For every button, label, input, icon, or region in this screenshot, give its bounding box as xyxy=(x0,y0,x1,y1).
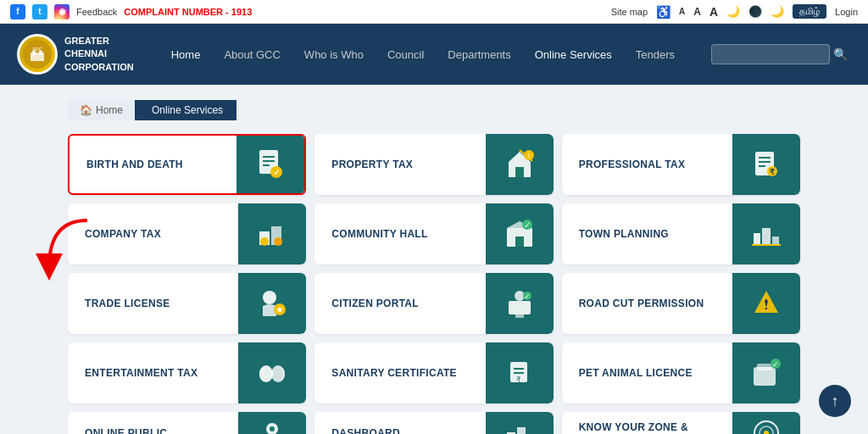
sitemap-link[interactable]: Site map xyxy=(611,7,648,17)
nav-search-area: 🔍 xyxy=(711,44,851,64)
service-label-road-cut-permission: ROAD CUT PERMISSION xyxy=(579,298,732,309)
svg-rect-29 xyxy=(515,236,524,247)
svg-text:✓: ✓ xyxy=(524,292,531,301)
service-card-professional-tax[interactable]: PROFESSIONAL TAX ₹ xyxy=(562,134,800,195)
nav-online-services[interactable]: Online Services xyxy=(523,24,624,85)
service-card-community-hall[interactable]: COMMUNITY HALL ✓ xyxy=(314,203,553,264)
service-label-trade-license: TRADE LICENSE xyxy=(85,298,238,309)
service-card-property-tax[interactable]: PROPERTY TAX ! xyxy=(314,134,553,195)
service-card-sanitary-certificate[interactable]: SANITARY CERTIFICATE ₹ xyxy=(314,342,553,403)
svg-point-25 xyxy=(260,237,269,246)
service-label-sanitary-certificate: SANITARY CERTIFICATE xyxy=(331,367,485,379)
svg-rect-34 xyxy=(772,236,779,245)
svg-point-47 xyxy=(259,365,273,382)
login-button[interactable]: Login xyxy=(835,7,858,17)
service-icon-company-tax xyxy=(238,203,306,264)
service-label-property-tax: PROPERTY TAX xyxy=(331,159,485,170)
svg-text:₹: ₹ xyxy=(770,168,775,176)
service-card-road-cut-permission[interactable]: ROAD CUT PERMISSION ! xyxy=(562,273,800,334)
svg-rect-13 xyxy=(515,167,524,177)
service-card-citizen-portal[interactable]: CITIZEN PORTAL ✓ xyxy=(314,273,553,334)
theme-moon1[interactable]: 🌙 xyxy=(726,5,740,18)
org-name: GREATER CHENNAI CORPORATION xyxy=(64,35,134,74)
logo-circle: GCC xyxy=(17,34,58,75)
service-icon-town-planning xyxy=(732,203,800,264)
service-card-town-planning[interactable]: TOWN PLANNING xyxy=(562,203,800,264)
breadcrumb: 🏠 Home Online Services xyxy=(68,100,800,120)
instagram-icon[interactable]: ◉ xyxy=(54,4,70,19)
service-icon-online-public xyxy=(238,412,306,434)
service-label-know-zone: KNOW YOUR ZONE & DIVISION xyxy=(579,421,732,434)
svg-point-46 xyxy=(765,300,768,303)
svg-text:★: ★ xyxy=(275,304,284,314)
language-button[interactable]: தமிழ் xyxy=(793,4,826,19)
service-card-online-public[interactable]: ONLINE PUBLIC xyxy=(68,412,306,434)
facebook-icon[interactable]: f xyxy=(10,4,25,19)
theme-moon3[interactable]: 🌙 xyxy=(771,5,784,18)
service-card-dashboard[interactable]: DASHBOARD xyxy=(314,412,553,434)
service-card-entertainment-tax[interactable]: ENTERTAINMENT TAX xyxy=(68,342,306,403)
service-card-trade-license[interactable]: TRADE LICENSE ★ xyxy=(68,273,306,334)
svg-point-36 xyxy=(263,291,276,304)
search-button[interactable]: 🔍 xyxy=(830,44,851,64)
service-label-pet-animal-licence: PET ANIMAL LICENCE xyxy=(579,367,732,379)
twitter-icon[interactable]: t xyxy=(32,4,47,19)
service-icon-birth-death: ✓ xyxy=(236,134,304,195)
service-card-birth-death[interactable]: BIRTH AND DEATH ✓ xyxy=(68,134,306,195)
service-label-town-planning: TOWN PLANNING xyxy=(579,228,732,240)
logo-image: GCC xyxy=(19,36,55,72)
nav-who-is-who[interactable]: Who is Who xyxy=(292,24,376,85)
svg-rect-60 xyxy=(517,427,526,434)
top-bar-left: f t ◉ Feedback COMPLAINT NUMBER - 1913 xyxy=(10,4,252,19)
service-icon-property-tax: ! xyxy=(486,134,554,195)
svg-rect-33 xyxy=(762,228,771,245)
service-label-professional-tax: PROFESSIONAL TAX xyxy=(579,159,732,170)
theme-moon2[interactable]: 🌑 xyxy=(748,5,762,18)
svg-rect-32 xyxy=(754,233,760,245)
svg-rect-41 xyxy=(515,314,524,318)
font-medium[interactable]: A xyxy=(693,6,701,18)
service-icon-dashboard xyxy=(486,412,554,434)
feedback-label[interactable]: Feedback xyxy=(76,7,117,17)
top-bar-right: Site map ♿ A A A 🌙 🌑 🌙 தமிழ் Login xyxy=(611,4,858,19)
service-icon-professional-tax: ₹ xyxy=(732,134,800,195)
svg-rect-54 xyxy=(757,364,772,370)
svg-rect-39 xyxy=(509,301,531,314)
service-label-dashboard: DASHBOARD xyxy=(331,427,485,434)
service-card-know-zone[interactable]: KNOW YOUR ZONE & DIVISION xyxy=(562,412,800,434)
svg-point-64 xyxy=(764,431,769,434)
font-small[interactable]: A xyxy=(679,7,685,16)
svg-text:✓: ✓ xyxy=(273,168,280,177)
service-label-online-public: ONLINE PUBLIC xyxy=(85,427,238,434)
service-label-citizen-portal: CITIZEN PORTAL xyxy=(331,298,485,309)
home-icon: 🏠 xyxy=(80,104,92,116)
svg-rect-3 xyxy=(32,51,36,55)
nav-departments[interactable]: Departments xyxy=(436,24,522,85)
svg-rect-4 xyxy=(39,51,42,55)
search-input[interactable] xyxy=(711,44,830,64)
service-icon-community-hall: ✓ xyxy=(486,203,554,264)
font-large[interactable]: A xyxy=(709,5,718,19)
nav-about[interactable]: About GCC xyxy=(212,24,292,85)
top-bar: f t ◉ Feedback COMPLAINT NUMBER - 1913 S… xyxy=(0,0,868,24)
svg-point-48 xyxy=(271,365,285,382)
service-label-birth-death: BIRTH AND DEATH xyxy=(86,159,236,170)
service-label-entertainment-tax: ENTERTAINMENT TAX xyxy=(85,367,238,379)
breadcrumb-home[interactable]: 🏠 Home xyxy=(68,100,135,120)
svg-text:✓: ✓ xyxy=(772,360,779,369)
nav-tenders[interactable]: Tenders xyxy=(624,24,687,85)
service-card-pet-animal-licence[interactable]: PET ANIMAL LICENCE ✓ xyxy=(562,342,800,403)
service-icon-sanitary-certificate: ₹ xyxy=(486,342,554,403)
service-label-community-hall: COMMUNITY HALL xyxy=(331,228,485,240)
nav-council[interactable]: Council xyxy=(376,24,436,85)
navbar: GCC GREATER CHENNAI CORPORATION Home Abo… xyxy=(0,24,868,85)
svg-text:₹: ₹ xyxy=(516,376,521,384)
service-icon-citizen-portal: ✓ xyxy=(486,273,554,334)
service-label-company-tax: COMPANY TAX xyxy=(85,228,238,240)
nav-home[interactable]: Home xyxy=(159,24,213,85)
service-card-company-tax[interactable]: COMPANY TAX xyxy=(68,203,306,264)
svg-text:✓: ✓ xyxy=(524,220,531,230)
accessibility-icon: ♿ xyxy=(656,5,670,19)
service-icon-know-zone xyxy=(732,412,800,434)
scroll-up-button[interactable]: ↑ xyxy=(819,385,851,417)
